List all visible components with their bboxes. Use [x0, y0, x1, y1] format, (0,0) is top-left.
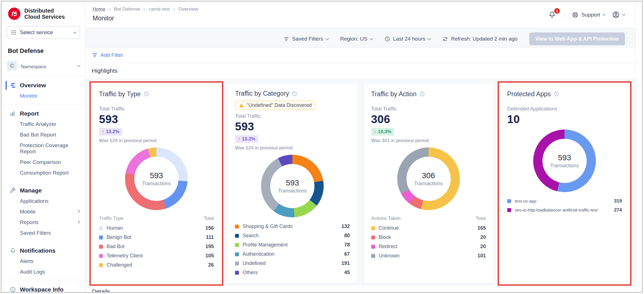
- legend-row-redirect[interactable]: Redirect20: [371, 242, 486, 251]
- donut-center-label: Transactions: [142, 181, 171, 187]
- sidebar-section-header-notifications[interactable]: Notifications: [1, 245, 85, 256]
- sidebar-item-alerts[interactable]: Alerts: [1, 256, 85, 267]
- legend-row-undefined[interactable]: Undefined191: [235, 259, 350, 268]
- namespace-label: Namespace: [21, 64, 46, 70]
- sidebar-item-audit-logs[interactable]: Audit Logs: [1, 267, 85, 277]
- sidebar-section-header-workspace-info[interactable]: Workspace Info: [1, 284, 85, 292]
- breadcrumb-item-home[interactable]: Home: [93, 6, 105, 12]
- legend-row-left: test-us-app: [507, 199, 537, 204]
- grid-icon: [11, 30, 17, 35]
- donut-center-label: Transactions: [550, 163, 579, 169]
- breadcrumb-item-overview[interactable]: Overview: [178, 6, 198, 12]
- legend-row-left: Unknown: [371, 253, 400, 259]
- sidebar-item-peer-comparison[interactable]: Peer Comparison: [1, 157, 85, 168]
- donut-chart[interactable]: 593Transactions: [261, 155, 324, 217]
- donut-center-label: Transactions: [414, 181, 443, 187]
- legend-label: Block: [379, 234, 391, 240]
- legend-row-left: Continue: [371, 225, 399, 231]
- sidebar-item-consumption-report[interactable]: Consumption Report: [1, 168, 85, 178]
- breadcrumb: Home>Bot Defense>carrie-test>Overview: [93, 6, 198, 12]
- support-icon: [572, 11, 579, 18]
- legend-row-telemetry-client[interactable]: Telemetry Client105: [99, 251, 214, 260]
- logo: f5 Distributed Cloud Services: [1, 7, 85, 20]
- legend-row-challenged[interactable]: Challenged26: [99, 260, 214, 270]
- add-filter-button[interactable]: Add Filter: [92, 52, 123, 58]
- sidebar-section-header-manage[interactable]: Manage: [1, 185, 85, 196]
- info-icon[interactable]: [144, 91, 149, 97]
- legend-swatch: [235, 243, 239, 247]
- highlights-header: Highlights: [85, 63, 636, 79]
- legend-value: 274: [611, 207, 622, 213]
- report-icon: [10, 110, 16, 117]
- add-filter-label: Add Filter: [100, 52, 123, 58]
- trend-badge: ↑13.2%: [235, 135, 258, 143]
- sidebar-item-bad-bot-report[interactable]: Bad Bot Report: [1, 130, 85, 140]
- legend-row-search[interactable]: Search80: [235, 231, 350, 240]
- saved-filters-dropdown[interactable]: Saved Filters: [283, 36, 328, 42]
- filter-band: Add Filter: [85, 47, 636, 63]
- donut-chart[interactable]: 306Transactions: [397, 147, 460, 210]
- donut-wrap: 593Transactions: [507, 127, 622, 195]
- notifications-button[interactable]: 1: [548, 10, 558, 20]
- account-menu[interactable]: [612, 11, 625, 18]
- info-icon[interactable]: [554, 91, 559, 97]
- card-slot-traffic-by-category: Traffic by Category“Undefined” Data Disc…: [227, 83, 357, 284]
- sidebar-item-traffic-analyzer[interactable]: Traffic Analyzer: [1, 119, 85, 130]
- legend-row-test-us-app[interactable]: test-us-app319: [507, 197, 622, 206]
- legend-value: 80: [341, 233, 350, 239]
- legend-row-unknown[interactable]: Unknown101: [371, 251, 486, 260]
- sidebar-item-monitor[interactable]: Monitor: [1, 91, 85, 101]
- info-icon[interactable]: [419, 91, 425, 97]
- legend-value: 45: [341, 270, 350, 276]
- sidebar-item-saved-filters[interactable]: Saved Filters: [1, 228, 85, 238]
- legend-row-left: Shopping & Gift Cards: [235, 224, 293, 229]
- svg-text:f5: f5: [11, 10, 17, 17]
- sidebar-item-protection-coverage-report[interactable]: Protection Coverage Report: [1, 140, 85, 157]
- legend-row-profile-management[interactable]: Profile Management78: [235, 240, 350, 250]
- legend-swatch: [371, 245, 375, 249]
- view-waap-button[interactable]: View in Web App & API Protection: [529, 32, 625, 45]
- card-title: Protected Apps: [507, 90, 551, 98]
- sidebar-item-applications[interactable]: Applications: [1, 196, 85, 206]
- filter-lines-icon: [283, 36, 289, 42]
- notification-badge: 1: [554, 8, 560, 14]
- donut-center-value: 593: [150, 171, 163, 180]
- breadcrumb-item-bot-defense[interactable]: Bot Defense: [114, 6, 140, 12]
- refresh-label: Refresh: Updated 2 min ago: [451, 36, 518, 42]
- legend-row-bad-bot[interactable]: Bad Bot195: [99, 242, 214, 251]
- sidebar-item-reports[interactable]: Reports: [1, 217, 85, 228]
- service-selector[interactable]: Select service: [7, 26, 80, 39]
- legend-row-benign-bot[interactable]: Benign Bot111: [99, 233, 214, 242]
- legend-header-name: Actions Taken: [371, 216, 401, 221]
- legend-row-authentication[interactable]: Authentication67: [235, 250, 350, 259]
- info-icon[interactable]: [292, 91, 297, 97]
- region-dropdown[interactable]: Region: US: [340, 36, 373, 42]
- legend-row-left: ves-io-http-loadbalancer-artificial-traf…: [507, 208, 598, 213]
- breadcrumb-item-carrie-test[interactable]: carrie-test: [149, 6, 170, 12]
- clock-icon: [384, 36, 390, 42]
- legend-row-human[interactable]: Human156: [99, 224, 214, 233]
- trend-arrow-icon: ↑: [238, 136, 240, 142]
- legend-label: ves-io-http-loadbalancer-artificial-traf…: [515, 208, 598, 213]
- sidebar-section-header-overview[interactable]: Overview: [1, 80, 85, 91]
- legend-row-ves-io-http-loadbalancer-artificial-traffic-test[interactable]: ves-io-http-loadbalancer-artificial-traf…: [507, 206, 622, 215]
- stat-label: Total Traffic: [235, 113, 350, 119]
- donut-chart[interactable]: 593Transactions: [533, 130, 596, 192]
- breadcrumb-separator: >: [108, 7, 111, 12]
- details-title: Details: [92, 288, 110, 292]
- sidebar-item-label: Saved Filters: [20, 230, 51, 236]
- sidebar-section-header-report[interactable]: Report: [1, 108, 85, 119]
- legend-row-shopping-gift-cards[interactable]: Shopping & Gift Cards132: [235, 222, 350, 231]
- legend-row-block[interactable]: Block20: [371, 233, 486, 242]
- time-range-dropdown[interactable]: Last 24 hours: [384, 36, 431, 42]
- refresh-button[interactable]: Refresh: Updated 2 min ago: [442, 36, 518, 42]
- donut-chart[interactable]: 593Transactions: [125, 147, 188, 210]
- sidebar: f5 Distributed Cloud Services Select ser…: [1, 1, 85, 292]
- sidebar-item-mobile[interactable]: Mobile: [1, 206, 85, 217]
- namespace-selector[interactable]: C Namespace: [7, 61, 80, 71]
- legend-row-continue[interactable]: Continue165: [371, 224, 486, 233]
- legend-row-others[interactable]: Others45: [235, 268, 350, 277]
- support-menu[interactable]: Support: [572, 11, 605, 18]
- stat-value: 593: [99, 113, 214, 126]
- legend-row-left: Authentication: [235, 251, 274, 257]
